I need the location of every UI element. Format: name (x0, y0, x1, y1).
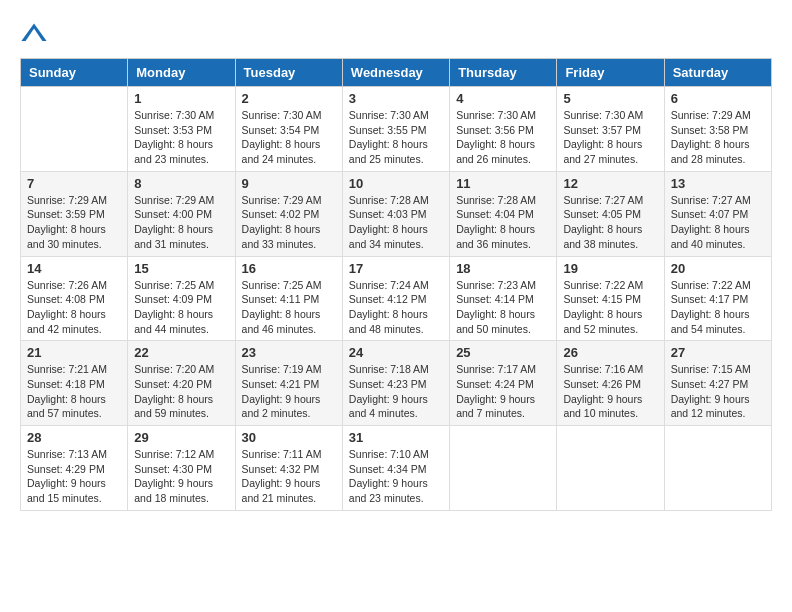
calendar-cell: 19Sunrise: 7:22 AM Sunset: 4:15 PM Dayli… (557, 256, 664, 341)
week-row-5: 28Sunrise: 7:13 AM Sunset: 4:29 PM Dayli… (21, 426, 772, 511)
day-number: 17 (349, 261, 443, 276)
day-header-saturday: Saturday (664, 59, 771, 87)
calendar-cell (664, 426, 771, 511)
calendar-cell: 20Sunrise: 7:22 AM Sunset: 4:17 PM Dayli… (664, 256, 771, 341)
calendar-header-row: SundayMondayTuesdayWednesdayThursdayFrid… (21, 59, 772, 87)
day-info: Sunrise: 7:27 AM Sunset: 4:05 PM Dayligh… (563, 193, 657, 252)
day-info: Sunrise: 7:17 AM Sunset: 4:24 PM Dayligh… (456, 362, 550, 421)
day-number: 20 (671, 261, 765, 276)
calendar-cell: 1Sunrise: 7:30 AM Sunset: 3:53 PM Daylig… (128, 87, 235, 172)
day-number: 11 (456, 176, 550, 191)
day-info: Sunrise: 7:13 AM Sunset: 4:29 PM Dayligh… (27, 447, 121, 506)
calendar-cell: 31Sunrise: 7:10 AM Sunset: 4:34 PM Dayli… (342, 426, 449, 511)
day-header-monday: Monday (128, 59, 235, 87)
day-number: 16 (242, 261, 336, 276)
day-number: 31 (349, 430, 443, 445)
calendar-cell: 12Sunrise: 7:27 AM Sunset: 4:05 PM Dayli… (557, 171, 664, 256)
day-info: Sunrise: 7:18 AM Sunset: 4:23 PM Dayligh… (349, 362, 443, 421)
day-number: 9 (242, 176, 336, 191)
calendar-cell: 30Sunrise: 7:11 AM Sunset: 4:32 PM Dayli… (235, 426, 342, 511)
day-info: Sunrise: 7:12 AM Sunset: 4:30 PM Dayligh… (134, 447, 228, 506)
calendar-cell: 4Sunrise: 7:30 AM Sunset: 3:56 PM Daylig… (450, 87, 557, 172)
logo (20, 20, 54, 48)
day-info: Sunrise: 7:29 AM Sunset: 4:00 PM Dayligh… (134, 193, 228, 252)
calendar-cell: 28Sunrise: 7:13 AM Sunset: 4:29 PM Dayli… (21, 426, 128, 511)
calendar-cell: 21Sunrise: 7:21 AM Sunset: 4:18 PM Dayli… (21, 341, 128, 426)
day-number: 19 (563, 261, 657, 276)
calendar-cell: 26Sunrise: 7:16 AM Sunset: 4:26 PM Dayli… (557, 341, 664, 426)
day-number: 25 (456, 345, 550, 360)
calendar-cell: 8Sunrise: 7:29 AM Sunset: 4:00 PM Daylig… (128, 171, 235, 256)
day-info: Sunrise: 7:22 AM Sunset: 4:15 PM Dayligh… (563, 278, 657, 337)
calendar-table: SundayMondayTuesdayWednesdayThursdayFrid… (20, 58, 772, 511)
day-number: 27 (671, 345, 765, 360)
day-header-thursday: Thursday (450, 59, 557, 87)
day-info: Sunrise: 7:29 AM Sunset: 3:59 PM Dayligh… (27, 193, 121, 252)
day-info: Sunrise: 7:25 AM Sunset: 4:11 PM Dayligh… (242, 278, 336, 337)
day-number: 13 (671, 176, 765, 191)
calendar-cell: 3Sunrise: 7:30 AM Sunset: 3:55 PM Daylig… (342, 87, 449, 172)
day-number: 29 (134, 430, 228, 445)
day-header-wednesday: Wednesday (342, 59, 449, 87)
day-number: 6 (671, 91, 765, 106)
week-row-4: 21Sunrise: 7:21 AM Sunset: 4:18 PM Dayli… (21, 341, 772, 426)
day-info: Sunrise: 7:16 AM Sunset: 4:26 PM Dayligh… (563, 362, 657, 421)
day-number: 5 (563, 91, 657, 106)
calendar-cell: 13Sunrise: 7:27 AM Sunset: 4:07 PM Dayli… (664, 171, 771, 256)
day-info: Sunrise: 7:30 AM Sunset: 3:54 PM Dayligh… (242, 108, 336, 167)
day-number: 24 (349, 345, 443, 360)
calendar-cell: 29Sunrise: 7:12 AM Sunset: 4:30 PM Dayli… (128, 426, 235, 511)
week-row-2: 7Sunrise: 7:29 AM Sunset: 3:59 PM Daylig… (21, 171, 772, 256)
calendar-cell: 11Sunrise: 7:28 AM Sunset: 4:04 PM Dayli… (450, 171, 557, 256)
day-number: 30 (242, 430, 336, 445)
day-number: 15 (134, 261, 228, 276)
day-info: Sunrise: 7:23 AM Sunset: 4:14 PM Dayligh… (456, 278, 550, 337)
calendar-cell: 18Sunrise: 7:23 AM Sunset: 4:14 PM Dayli… (450, 256, 557, 341)
day-info: Sunrise: 7:30 AM Sunset: 3:56 PM Dayligh… (456, 108, 550, 167)
calendar-cell: 15Sunrise: 7:25 AM Sunset: 4:09 PM Dayli… (128, 256, 235, 341)
day-info: Sunrise: 7:28 AM Sunset: 4:04 PM Dayligh… (456, 193, 550, 252)
calendar-cell: 7Sunrise: 7:29 AM Sunset: 3:59 PM Daylig… (21, 171, 128, 256)
calendar-cell: 10Sunrise: 7:28 AM Sunset: 4:03 PM Dayli… (342, 171, 449, 256)
day-number: 21 (27, 345, 121, 360)
day-number: 7 (27, 176, 121, 191)
day-info: Sunrise: 7:30 AM Sunset: 3:55 PM Dayligh… (349, 108, 443, 167)
calendar-cell: 2Sunrise: 7:30 AM Sunset: 3:54 PM Daylig… (235, 87, 342, 172)
day-info: Sunrise: 7:30 AM Sunset: 3:57 PM Dayligh… (563, 108, 657, 167)
day-number: 22 (134, 345, 228, 360)
day-header-sunday: Sunday (21, 59, 128, 87)
day-number: 2 (242, 91, 336, 106)
day-number: 3 (349, 91, 443, 106)
page-header (20, 20, 772, 48)
day-info: Sunrise: 7:29 AM Sunset: 3:58 PM Dayligh… (671, 108, 765, 167)
day-info: Sunrise: 7:11 AM Sunset: 4:32 PM Dayligh… (242, 447, 336, 506)
day-info: Sunrise: 7:30 AM Sunset: 3:53 PM Dayligh… (134, 108, 228, 167)
day-info: Sunrise: 7:27 AM Sunset: 4:07 PM Dayligh… (671, 193, 765, 252)
week-row-1: 1Sunrise: 7:30 AM Sunset: 3:53 PM Daylig… (21, 87, 772, 172)
day-number: 12 (563, 176, 657, 191)
calendar-cell (21, 87, 128, 172)
day-info: Sunrise: 7:10 AM Sunset: 4:34 PM Dayligh… (349, 447, 443, 506)
calendar-cell: 22Sunrise: 7:20 AM Sunset: 4:20 PM Dayli… (128, 341, 235, 426)
day-number: 4 (456, 91, 550, 106)
day-info: Sunrise: 7:22 AM Sunset: 4:17 PM Dayligh… (671, 278, 765, 337)
day-info: Sunrise: 7:28 AM Sunset: 4:03 PM Dayligh… (349, 193, 443, 252)
day-header-friday: Friday (557, 59, 664, 87)
day-number: 26 (563, 345, 657, 360)
calendar-cell: 25Sunrise: 7:17 AM Sunset: 4:24 PM Dayli… (450, 341, 557, 426)
day-header-tuesday: Tuesday (235, 59, 342, 87)
day-number: 14 (27, 261, 121, 276)
day-number: 23 (242, 345, 336, 360)
week-row-3: 14Sunrise: 7:26 AM Sunset: 4:08 PM Dayli… (21, 256, 772, 341)
day-info: Sunrise: 7:24 AM Sunset: 4:12 PM Dayligh… (349, 278, 443, 337)
day-info: Sunrise: 7:25 AM Sunset: 4:09 PM Dayligh… (134, 278, 228, 337)
day-info: Sunrise: 7:29 AM Sunset: 4:02 PM Dayligh… (242, 193, 336, 252)
logo-icon (20, 20, 48, 48)
calendar-cell: 23Sunrise: 7:19 AM Sunset: 4:21 PM Dayli… (235, 341, 342, 426)
day-number: 1 (134, 91, 228, 106)
calendar-cell (557, 426, 664, 511)
day-info: Sunrise: 7:20 AM Sunset: 4:20 PM Dayligh… (134, 362, 228, 421)
calendar-cell: 17Sunrise: 7:24 AM Sunset: 4:12 PM Dayli… (342, 256, 449, 341)
day-info: Sunrise: 7:21 AM Sunset: 4:18 PM Dayligh… (27, 362, 121, 421)
day-info: Sunrise: 7:15 AM Sunset: 4:27 PM Dayligh… (671, 362, 765, 421)
